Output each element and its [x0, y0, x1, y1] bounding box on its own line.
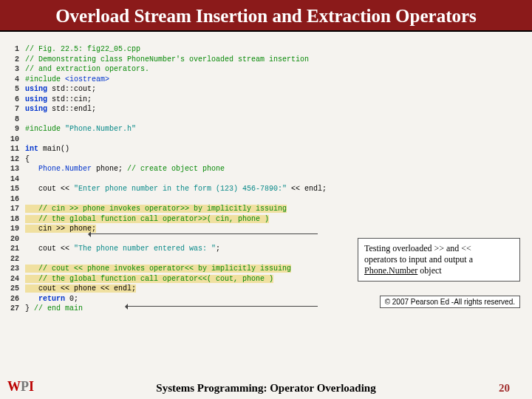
annotation-object: Phone.Number [364, 265, 417, 276]
footer-text: Systems Programming: Operator Overloadin… [156, 382, 375, 394]
slide-footer: Systems Programming: Operator Overloadin… [0, 381, 532, 395]
slide-title: Overload Stream Insertion and Extraction… [0, 0, 532, 32]
annotation-text: operators to input and output a [364, 254, 473, 265]
annotation-arrow [89, 233, 318, 234]
annotation-box: Testing overloaded >> and << operators t… [358, 238, 520, 282]
page-number: 20 [499, 382, 510, 395]
annotation-arrow [126, 306, 318, 307]
annotation-text: Testing overloaded >> and << [364, 243, 471, 253]
copyright-box: © 2007 Pearson Ed -All rights reserved. [380, 296, 520, 308]
